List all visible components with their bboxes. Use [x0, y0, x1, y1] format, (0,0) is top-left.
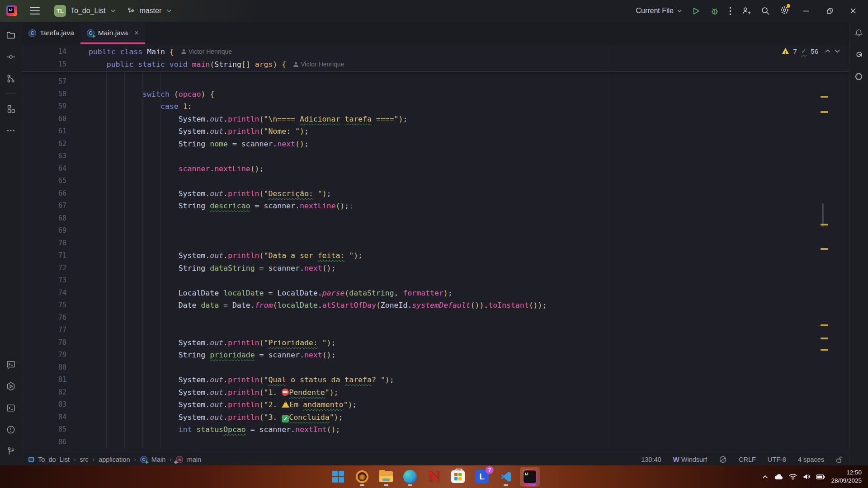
- commit-icon[interactable]: [3, 49, 19, 65]
- breadcrumb-project[interactable]: To_do_List: [38, 456, 70, 463]
- line-number[interactable]: 78: [22, 337, 66, 349]
- line-number[interactable]: 57: [22, 75, 66, 88]
- battery-icon[interactable]: [816, 474, 825, 479]
- prev-problem-icon[interactable]: [825, 49, 830, 53]
- code-line[interactable]: 63: [22, 150, 849, 163]
- caret-position[interactable]: 130:40: [641, 456, 661, 463]
- clock[interactable]: 12:50 28/09/2025: [831, 469, 862, 484]
- vscode-taskbar-button[interactable]: [496, 467, 516, 487]
- code-line[interactable]: 15 public static void main(String[] args…: [22, 58, 849, 71]
- code-line[interactable]: 82 System.out.println("1. Pendente");: [22, 386, 849, 399]
- code-line[interactable]: 58 switch (opcao) {: [22, 88, 849, 101]
- close-tab-icon[interactable]: ×: [134, 29, 138, 37]
- unlocked-icon[interactable]: [836, 456, 843, 463]
- run-icon[interactable]: [692, 7, 700, 15]
- ai-disabled-icon[interactable]: [719, 455, 727, 464]
- warning-stripe-mark[interactable]: [821, 338, 828, 339]
- minimize-button[interactable]: [799, 8, 813, 14]
- editor[interactable]: 14public class Main {Victor Henrique15 p…: [22, 44, 849, 453]
- code-line[interactable]: 64 scanner.nextLine();: [22, 163, 849, 175]
- line-number[interactable]: 61: [22, 125, 66, 138]
- netflix-taskbar-button[interactable]: N: [424, 467, 444, 487]
- code-line[interactable]: 62 String nome = scanner.next();: [22, 138, 849, 150]
- line-number[interactable]: 59: [22, 100, 66, 113]
- ai-assistant-spiral-icon[interactable]: [854, 50, 864, 60]
- code-line[interactable]: 57: [22, 75, 849, 88]
- breadcrumb-method[interactable]: main: [187, 456, 201, 463]
- start-button[interactable]: [328, 467, 348, 487]
- breadcrumb-application[interactable]: application: [99, 456, 130, 463]
- encoding[interactable]: UTF-8: [768, 456, 786, 463]
- tab-main-java[interactable]: C Main.java ×: [80, 22, 145, 44]
- run-config-selector[interactable]: Current File: [636, 7, 682, 15]
- line-number[interactable]: 71: [22, 249, 66, 262]
- code-line[interactable]: 79 String prioridade = scanner.next();: [22, 349, 849, 361]
- wifi-icon[interactable]: [789, 474, 797, 480]
- line-number[interactable]: 73: [22, 274, 66, 287]
- warning-stripe-mark[interactable]: [821, 324, 828, 326]
- code-line[interactable]: 73: [22, 274, 849, 287]
- code-line[interactable]: 66 System.out.println("Descrição: ");: [22, 188, 849, 200]
- line-number[interactable]: 69: [22, 225, 66, 237]
- hamburger-menu[interactable]: [30, 7, 40, 14]
- next-problem-icon[interactable]: [835, 49, 840, 53]
- code-line[interactable]: 86: [22, 436, 849, 449]
- opera-gx-taskbar-button[interactable]: [352, 467, 372, 487]
- line-number[interactable]: 68: [22, 212, 66, 225]
- tab-tarefa-java[interactable]: C Tarefa.java: [22, 22, 80, 44]
- line-number[interactable]: 85: [22, 423, 66, 436]
- modules-icon[interactable]: [3, 101, 19, 117]
- warning-stripe-mark[interactable]: [821, 111, 828, 113]
- inspections-widget[interactable]: 7 ✓ 56: [782, 47, 840, 55]
- settings-gear-icon[interactable]: [780, 5, 789, 17]
- warning-stripe-mark[interactable]: [821, 224, 828, 225]
- file-explorer-taskbar-button[interactable]: [376, 467, 396, 487]
- code-line[interactable]: 61 System.out.println("Nome: ");: [22, 125, 849, 138]
- code-area[interactable]: 5758 switch (opcao) {59 case 1:60 System…: [22, 72, 849, 448]
- code-line[interactable]: 81 System.out.println("Qual o status da …: [22, 374, 849, 386]
- line-number[interactable]: 15: [22, 58, 66, 71]
- code-line[interactable]: 70: [22, 237, 849, 250]
- line-number[interactable]: 82: [22, 386, 66, 399]
- terminal-ai-icon[interactable]: [3, 357, 19, 372]
- warning-stripe-mark[interactable]: [821, 248, 828, 250]
- services-icon[interactable]: [3, 379, 19, 394]
- debug-icon[interactable]: [710, 6, 719, 15]
- code-line[interactable]: 60 System.out.println("\n==== Adicionar …: [22, 113, 849, 126]
- close-button[interactable]: [846, 8, 860, 14]
- code-line[interactable]: 71 System.out.println("Data a ser feita:…: [22, 249, 849, 262]
- line-number[interactable]: 86: [22, 436, 66, 449]
- git-branch-icon[interactable]: [3, 444, 19, 459]
- code-line[interactable]: 67 String descricao = scanner.nextLine()…: [22, 200, 849, 212]
- onedrive-cloud-icon[interactable]: [774, 474, 783, 480]
- project-name[interactable]: To_do_List: [71, 7, 105, 15]
- line-ending[interactable]: CRLF: [739, 456, 756, 463]
- code-line[interactable]: 76: [22, 312, 849, 324]
- code-line[interactable]: 65: [22, 175, 849, 188]
- branch-name[interactable]: master: [139, 7, 161, 15]
- git-graph-icon[interactable]: [3, 71, 19, 86]
- code-line[interactable]: 72 String dataString = scanner.next();: [22, 262, 849, 275]
- line-number[interactable]: 65: [22, 175, 66, 188]
- line-number[interactable]: 76: [22, 312, 66, 324]
- problems-icon[interactable]: [3, 422, 19, 437]
- more-icon[interactable]: [3, 123, 19, 138]
- code-line[interactable]: 83 System.out.println("2. Em andamento")…: [22, 399, 849, 411]
- breadcrumb-src[interactable]: src: [80, 456, 88, 463]
- restore-button[interactable]: [823, 8, 836, 14]
- search-icon[interactable]: [761, 6, 770, 15]
- code-line[interactable]: 80: [22, 361, 849, 374]
- line-number[interactable]: 77: [22, 324, 66, 337]
- line-number[interactable]: 80: [22, 361, 66, 374]
- line-number[interactable]: 64: [22, 163, 66, 175]
- line-number[interactable]: 74: [22, 287, 66, 300]
- windsurf-status[interactable]: W Windsurf: [673, 455, 707, 463]
- kebab-menu[interactable]: [729, 7, 731, 15]
- loop-taskbar-button[interactable]: L7: [472, 467, 492, 487]
- code-line[interactable]: 77: [22, 324, 849, 337]
- line-number[interactable]: 72: [22, 262, 66, 275]
- code-line[interactable]: 75 Date data = Date.from(localDate.atSta…: [22, 299, 849, 312]
- line-number[interactable]: 83: [22, 399, 66, 411]
- line-number[interactable]: 84: [22, 411, 66, 424]
- chevron-up-icon[interactable]: [762, 475, 768, 479]
